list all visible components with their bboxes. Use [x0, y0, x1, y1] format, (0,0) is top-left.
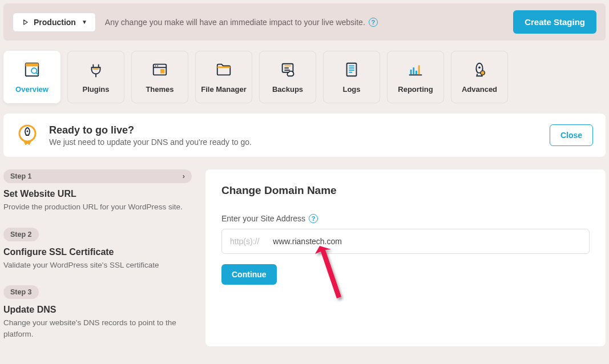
tab-label: Advanced [462, 85, 497, 94]
plugins-icon [87, 61, 104, 78]
tab-label: Logs [342, 85, 360, 94]
step-pill-label: Step 1 [10, 172, 32, 180]
domain-panel: Change Domain Name Enter your Site Addre… [205, 169, 606, 346]
tab-plugins[interactable]: Plugins [67, 51, 124, 103]
create-staging-button[interactable]: Create Staging [513, 10, 596, 34]
logs-icon [343, 61, 360, 78]
continue-button[interactable]: Continue [221, 264, 277, 285]
ready-to-go-live-card: Ready to go live? We just need to update… [3, 114, 606, 157]
close-button[interactable]: Close [550, 124, 593, 146]
tab-label: Plugins [83, 85, 110, 94]
tab-overview[interactable]: Overview [3, 51, 61, 103]
themes-icon [151, 61, 168, 78]
site-address-input-wrap[interactable]: http(s):// [221, 229, 590, 254]
tab-label: Themes [146, 85, 174, 94]
tab-advanced[interactable]: Advanced [451, 51, 508, 103]
svg-rect-25 [418, 65, 420, 74]
svg-point-9 [157, 65, 158, 66]
site-address-label: Enter your Site Address ? [221, 214, 590, 223]
overview-icon [23, 61, 41, 78]
tab-themes[interactable]: Themes [131, 51, 188, 103]
svg-point-27 [481, 70, 485, 75]
svg-rect-4 [93, 68, 98, 70]
svg-point-2 [31, 68, 37, 73]
nav-tabs: Overview Plugins Themes File Manager Bac… [3, 51, 606, 103]
svg-rect-23 [413, 67, 414, 74]
environment-dropdown[interactable]: Production ▼ [13, 13, 96, 32]
tab-file-manager[interactable]: File Manager [195, 51, 252, 103]
tab-label: Overview [15, 85, 49, 94]
backups-icon [279, 61, 296, 78]
svg-point-26 [478, 66, 481, 68]
svg-rect-11 [217, 66, 231, 68]
chevron-right-icon: › [183, 172, 185, 180]
step-pill-label: Step 3 [10, 288, 32, 296]
step-2-pill[interactable]: Step 2 [3, 228, 39, 241]
environment-banner: Production ▼ Any change you make will ha… [3, 3, 606, 41]
step-2-desc: Validate your WordPress site's SSL certi… [3, 260, 192, 271]
environment-label: Production [34, 18, 76, 27]
banner-message: Any change you make will have an immedia… [105, 18, 504, 27]
svg-rect-24 [416, 70, 417, 74]
step-pill-label: Step 2 [10, 230, 32, 238]
tab-logs[interactable]: Logs [323, 51, 380, 103]
advanced-icon [471, 61, 488, 78]
tab-label: File Manager [201, 85, 246, 94]
tab-label: Reporting [398, 85, 433, 94]
banner-message-text: Any change you make will have an immedia… [105, 18, 365, 27]
help-icon[interactable]: ? [369, 18, 378, 27]
step-2-title: Configure SSL Certificate [3, 247, 192, 257]
url-prefix: http(s):// [230, 237, 259, 246]
step-1-desc: Provide the production URL for your Word… [3, 201, 192, 213]
field-label-text: Enter your Site Address [221, 214, 305, 223]
svg-rect-22 [410, 70, 412, 74]
step-1-pill[interactable]: Step 1 › [3, 169, 192, 183]
site-address-input[interactable] [273, 237, 581, 246]
reporting-icon [407, 61, 424, 78]
rocket-badge-icon [16, 124, 39, 147]
step-3-pill[interactable]: Step 3 [3, 285, 39, 299]
steps-sidebar: Step 1 › Set Website URL Provide the pro… [3, 169, 192, 354]
ready-title: Ready to go live? [49, 124, 252, 136]
step-3-title: Update DNS [3, 305, 192, 315]
svg-rect-1 [26, 63, 39, 66]
caret-down-icon: ▼ [82, 19, 87, 25]
svg-rect-10 [160, 69, 165, 74]
tab-backups[interactable]: Backups [259, 51, 316, 103]
panel-heading: Change Domain Name [221, 184, 590, 197]
tab-label: Backups [272, 85, 303, 94]
file-manager-icon [215, 61, 232, 78]
step-1-title: Set Website URL [3, 189, 192, 199]
help-icon[interactable]: ? [309, 214, 318, 223]
ready-subtitle: We just need to update your DNS and you'… [49, 137, 252, 147]
step-3-desc: Change your website's DNS records to poi… [3, 317, 192, 339]
svg-point-8 [155, 65, 156, 66]
tab-reporting[interactable]: Reporting [387, 51, 444, 103]
svg-point-29 [27, 131, 29, 132]
play-icon [21, 18, 29, 26]
